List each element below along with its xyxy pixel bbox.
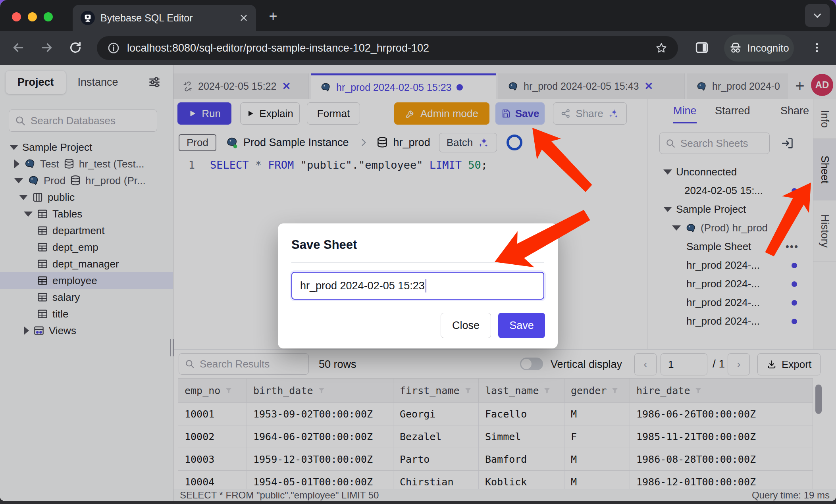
side-panel-icon[interactable] <box>692 38 711 57</box>
tab-close-icon[interactable] <box>239 13 248 22</box>
browser-tab[interactable]: Bytebase SQL Editor <box>73 5 256 31</box>
back-button[interactable] <box>9 38 28 57</box>
macos-zoom-light[interactable] <box>44 12 53 21</box>
dialog-close-button[interactable]: Close <box>441 313 491 338</box>
browser-tab-title: Bytebase SQL Editor <box>100 12 234 24</box>
save-sheet-dialog: Save Sheet ✕ hr_prod 2024-02-05 15:23 Cl… <box>278 223 558 348</box>
bytebase-favicon <box>81 11 95 25</box>
dialog-save-button[interactable]: Save <box>498 313 545 338</box>
reload-button[interactable] <box>66 38 85 57</box>
browser-tab-strip: Bytebase SQL Editor + <box>0 0 836 31</box>
new-tab-button[interactable]: + <box>265 9 281 25</box>
chevron-down-icon <box>812 10 823 21</box>
dialog-title: Save Sheet <box>291 238 357 252</box>
browser-toolbar: localhost:8080/sql-editor/prod-sample-in… <box>0 31 836 65</box>
incognito-badge: Incognito <box>724 35 794 62</box>
incognito-icon <box>729 41 742 55</box>
address-bar[interactable]: localhost:8080/sql-editor/prod-sample-in… <box>97 36 678 60</box>
macos-close-light[interactable] <box>12 12 21 21</box>
macos-minimize-light[interactable] <box>28 12 37 21</box>
browser-window: Bytebase SQL Editor + localhost:8080/sql… <box>0 0 836 501</box>
text-caret <box>426 279 426 292</box>
bookmark-star-icon[interactable] <box>655 42 668 54</box>
url-text: localhost:8080/sql-editor/prod-sample-in… <box>127 42 648 54</box>
incognito-label: Incognito <box>747 42 789 54</box>
sheet-name-input[interactable]: hr_prod 2024-02-05 15:23 <box>291 272 544 300</box>
dialog-divider <box>291 262 544 263</box>
dialog-close-icon[interactable]: ✕ <box>533 237 543 252</box>
tab-search-chevron-button[interactable] <box>805 4 830 27</box>
site-info-icon[interactable] <box>107 42 120 54</box>
browser-menu-button[interactable] <box>807 38 826 57</box>
forward-button[interactable] <box>37 38 56 57</box>
